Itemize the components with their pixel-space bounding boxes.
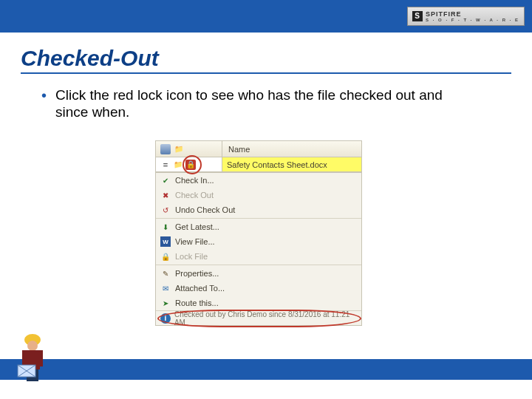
column-header-row: 📁 Name bbox=[156, 141, 361, 157]
menu-lock-file: 🔒 Lock File bbox=[156, 249, 361, 264]
properties-icon: ✎ bbox=[160, 268, 171, 279]
menu-undo-check-out[interactable]: ↺ Undo Check Out bbox=[156, 202, 361, 217]
bullet-item: • Click the red lock icon to see who has… bbox=[41, 87, 511, 121]
svg-rect-4 bbox=[22, 350, 28, 366]
undo-icon: ↺ bbox=[160, 205, 171, 215]
route-icon: ➤ bbox=[160, 298, 171, 308]
file-folder-icon: 📁 bbox=[173, 160, 183, 170]
menu-properties-label: Properties... bbox=[175, 269, 219, 278]
menu-check-out: ✖ Check Out bbox=[156, 188, 361, 202]
attach-icon: ✉ bbox=[160, 283, 171, 293]
construction-worker-illustration bbox=[16, 330, 61, 383]
header-icon-cell: 📁 bbox=[156, 141, 222, 157]
slide-title: Checked-Out bbox=[21, 46, 511, 74]
menu-route-this[interactable]: ➤ Route this... bbox=[156, 296, 361, 310]
bullet-marker: • bbox=[41, 87, 47, 103]
menu-divider-1 bbox=[156, 218, 361, 219]
brand-name: SPITFIRE bbox=[426, 10, 462, 18]
brand-subtitle: S · O · F · T · W · A · R · E bbox=[426, 18, 519, 22]
info-icon: i bbox=[160, 313, 171, 324]
menu-view-file-label: View File... bbox=[175, 237, 215, 246]
menu-lock-file-label: Lock File bbox=[175, 252, 208, 261]
menu-view-file[interactable]: W View File... bbox=[156, 234, 361, 249]
menu-check-in[interactable]: ✔ Check In... bbox=[156, 173, 361, 188]
brand-logo: S SPITFIRE S · O · F · T · W · A · R · E bbox=[407, 7, 525, 26]
lock-icon[interactable]: 🔒 bbox=[185, 160, 196, 170]
file-row[interactable]: = 📁 🔒 Safety Contacts Sheet.docx bbox=[156, 157, 361, 172]
bullet-text: Click the red lock icon to see who has t… bbox=[55, 87, 469, 121]
folder-icon: 📁 bbox=[174, 144, 184, 154]
menu-attached-label: Attached To... bbox=[175, 284, 225, 293]
svg-rect-5 bbox=[37, 350, 43, 366]
lock-grey-icon: 🔒 bbox=[160, 251, 171, 262]
check-in-icon: ✔ bbox=[160, 175, 171, 185]
menu-attached-to[interactable]: ✉ Attached To... bbox=[156, 281, 361, 296]
menu-route-label: Route this... bbox=[175, 299, 219, 307]
row-handle-icon: = bbox=[160, 160, 171, 170]
check-out-icon: ✖ bbox=[160, 190, 171, 200]
header-banner: S SPITFIRE S · O · F · T · W · A · R · E bbox=[0, 0, 532, 33]
menu-get-latest[interactable]: ⬇ Get Latest... bbox=[156, 219, 361, 234]
status-text: Checked out by Chris Demo since 8/31/201… bbox=[174, 310, 361, 327]
menu-get-latest-label: Get Latest... bbox=[175, 222, 219, 231]
menu-undo-label: Undo Check Out bbox=[175, 205, 235, 214]
menu-divider-2 bbox=[156, 265, 361, 265]
status-row: i Checked out by Chris Demo since 8/31/2… bbox=[156, 310, 361, 325]
context-menu: ✔ Check In... ✖ Check Out ↺ Undo Check O… bbox=[156, 172, 361, 325]
file-row-icons: = 📁 🔒 bbox=[156, 157, 222, 171]
grid-icon bbox=[160, 144, 171, 154]
get-latest-icon: ⬇ bbox=[160, 222, 171, 232]
app-screenshot: 📁 Name = 📁 🔒 Safety Contacts Sheet.docx … bbox=[155, 140, 362, 326]
menu-check-out-label: Check Out bbox=[175, 191, 214, 200]
svg-point-2 bbox=[27, 341, 38, 351]
brand-badge: S bbox=[412, 11, 423, 21]
menu-properties[interactable]: ✎ Properties... bbox=[156, 266, 361, 281]
file-name-cell: Safety Contacts Sheet.docx bbox=[222, 157, 361, 171]
footer-bar bbox=[0, 359, 532, 380]
menu-check-in-label: Check In... bbox=[175, 176, 214, 185]
column-header-name: Name bbox=[222, 141, 361, 157]
word-icon: W bbox=[160, 236, 171, 247]
